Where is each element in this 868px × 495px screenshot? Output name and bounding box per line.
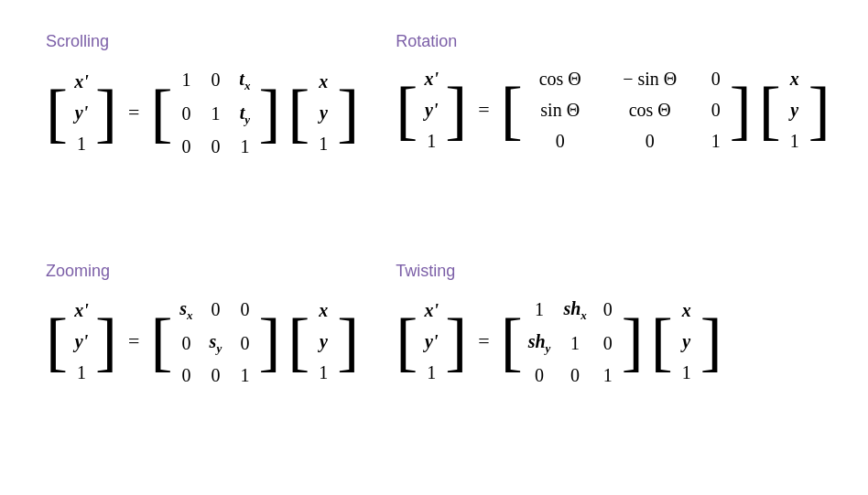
m10: shy xyxy=(528,327,551,359)
bracket-left: [ xyxy=(396,77,418,143)
input-vector-twisting: [ x y 1 ] xyxy=(651,292,722,391)
result-vector-twisting: [ x' y' 1 ] xyxy=(396,292,467,391)
m10: sin Θ xyxy=(528,95,592,124)
section-rotation: Rotation [ x' y' 1 ] = [ cos Θ − sin Θ 0 xyxy=(377,18,848,248)
cell-xprime: x' xyxy=(73,296,90,325)
m11: 1 xyxy=(207,99,223,128)
v2: 1 xyxy=(315,129,331,158)
v1: y xyxy=(315,98,331,127)
m11: 1 xyxy=(567,328,583,358)
bracket-left: [ xyxy=(150,80,172,145)
main-page: Scrolling [ x' y' 1 ] = [ 1 0 tx xyxy=(0,0,868,495)
matrix-cells: 1 0 tx 0 1 ty 0 0 1 xyxy=(172,60,258,165)
cell-yprime: y' xyxy=(73,327,90,356)
bracket-right: ] xyxy=(808,77,830,143)
equals-sign: = xyxy=(474,329,493,353)
result-cells: x' y' 1 xyxy=(68,292,95,391)
bracket-left: [ xyxy=(501,77,523,143)
section-zooming: Zooming [ x' y' 1 ] = [ sx 0 0 xyxy=(27,248,377,478)
title-twisting: Twisting xyxy=(396,262,455,281)
m12: 0 xyxy=(600,328,616,358)
m22: 1 xyxy=(600,360,616,390)
cell-one: 1 xyxy=(423,126,439,156)
bracket-right: ] xyxy=(700,308,722,374)
transform-matrix-scrolling: [ 1 0 tx 0 1 ty 0 0 1 ] xyxy=(150,60,280,165)
title-zooming: Zooming xyxy=(46,262,110,281)
bracket-left: [ xyxy=(46,308,68,374)
v1: y xyxy=(315,327,331,356)
v0: x xyxy=(787,64,803,93)
cell-one: 1 xyxy=(73,129,90,158)
bracket-right: ] xyxy=(337,80,359,145)
title-scrolling: Scrolling xyxy=(46,32,109,51)
matrix-cells: 1 shx 0 shy 1 0 0 0 1 xyxy=(523,290,622,394)
bracket-right: ] xyxy=(622,308,644,374)
v2: 1 xyxy=(787,126,803,156)
v2: 1 xyxy=(315,358,331,387)
m21: 0 xyxy=(567,360,583,390)
cell-xprime: x' xyxy=(73,67,90,96)
cell-xprime: x' xyxy=(423,296,439,325)
m02: 0 xyxy=(236,295,253,324)
result-cells: x' y' 1 xyxy=(418,60,445,159)
v0: x xyxy=(315,67,331,96)
m11: sy xyxy=(207,327,223,359)
m00: 1 xyxy=(178,65,194,94)
bracket-right: ] xyxy=(95,80,117,145)
input-vector-scrolling: [ x y 1 ] xyxy=(288,63,359,162)
m01: − sin Θ xyxy=(609,64,691,93)
matrix-cells: cos Θ − sin Θ 0 sin Θ cos Θ 0 0 0 1 xyxy=(523,60,730,159)
v2: 1 xyxy=(678,358,695,387)
m20: 0 xyxy=(531,360,548,390)
bracket-right: ] xyxy=(258,80,280,145)
equation-twisting: [ x' y' 1 ] = [ 1 shx 0 shy 1 0 xyxy=(396,290,722,394)
result-vector-rotation: [ x' y' 1 ] xyxy=(396,60,467,159)
m20: 0 xyxy=(178,360,194,390)
m12: 0 xyxy=(236,328,253,358)
m02: 0 xyxy=(600,295,616,324)
cell-yprime: y' xyxy=(73,98,90,127)
m22: 1 xyxy=(236,360,253,390)
equals-sign: = xyxy=(125,101,143,124)
input-vector-zooming: [ x y 1 ] xyxy=(288,292,359,391)
v1: y xyxy=(678,327,695,356)
transform-matrix-rotation: [ cos Θ − sin Θ 0 sin Θ cos Θ 0 0 0 1 ] xyxy=(501,60,752,159)
bracket-left: [ xyxy=(288,80,309,145)
m01: 0 xyxy=(207,65,223,94)
m12: ty xyxy=(236,98,253,130)
bracket-right: ] xyxy=(445,308,467,374)
bracket-left: [ xyxy=(501,308,523,374)
input-cells: x y 1 xyxy=(309,292,337,391)
input-cells: x y 1 xyxy=(673,292,700,391)
equation-scrolling: [ x' y' 1 ] = [ 1 0 tx 0 1 ty xyxy=(46,60,359,165)
equals-sign: = xyxy=(474,98,493,122)
result-vector-scrolling: [ x' y' 1 ] xyxy=(46,63,117,162)
matrix-cells: sx 0 0 0 sy 0 0 0 1 xyxy=(172,290,258,394)
v1: y xyxy=(787,95,803,124)
result-cells: x' y' 1 xyxy=(68,63,95,162)
m10: 0 xyxy=(178,99,194,128)
input-cells: x y 1 xyxy=(309,63,337,162)
equation-zooming: [ x' y' 1 ] = [ sx 0 0 0 sy 0 xyxy=(46,290,359,394)
m01: 0 xyxy=(207,295,223,324)
result-vector-zooming: [ x' y' 1 ] xyxy=(46,292,117,391)
bracket-left: [ xyxy=(150,308,172,374)
v0: x xyxy=(678,296,695,325)
v0: x xyxy=(315,296,331,325)
result-cells: x' y' 1 xyxy=(418,292,445,391)
transform-matrix-twisting: [ 1 shx 0 shy 1 0 0 0 1 ] xyxy=(501,290,644,394)
title-rotation: Rotation xyxy=(396,32,457,51)
m21: 0 xyxy=(207,360,223,390)
m21: 0 xyxy=(207,132,223,161)
cell-xprime: x' xyxy=(423,64,439,93)
m00: 1 xyxy=(531,295,548,324)
cell-yprime: y' xyxy=(423,95,439,124)
m02: 0 xyxy=(708,64,724,93)
equation-rotation: [ x' y' 1 ] = [ cos Θ − sin Θ 0 sin Θ co… xyxy=(396,60,830,159)
equals-sign: = xyxy=(125,329,143,353)
section-twisting: Twisting [ x' y' 1 ] = [ 1 shx 0 xyxy=(377,248,848,478)
transform-matrix-zooming: [ sx 0 0 0 sy 0 0 0 1 ] xyxy=(150,290,280,394)
bracket-left: [ xyxy=(396,308,418,374)
bracket-right: ] xyxy=(337,308,359,374)
m11: cos Θ xyxy=(609,95,691,124)
